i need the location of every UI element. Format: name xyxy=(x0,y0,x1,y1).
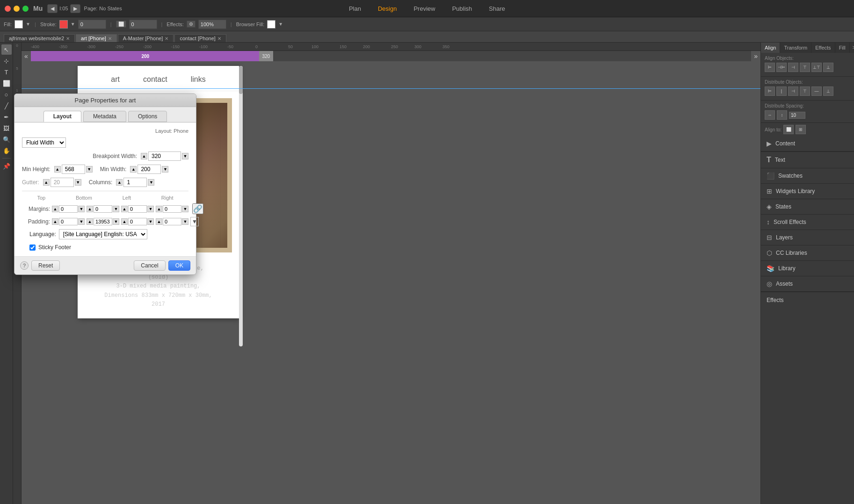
align-right-btn[interactable]: ⊣ xyxy=(788,63,798,72)
mh-up-btn[interactable]: ▲ xyxy=(54,166,61,173)
mr-up[interactable]: ▲ xyxy=(156,206,162,212)
tab-transform[interactable]: Transform xyxy=(780,43,811,53)
sticky-footer-checkbox[interactable] xyxy=(29,245,36,251)
mr-down[interactable]: ▼ xyxy=(182,206,188,212)
nav-contact[interactable]: contact xyxy=(143,75,167,84)
crop-tool[interactable]: ⊹ xyxy=(1,56,12,66)
mw-up-btn[interactable]: ▲ xyxy=(130,166,137,173)
stroke-swatch[interactable] xyxy=(59,20,68,29)
bp-left-arrow[interactable]: « xyxy=(22,51,31,61)
pb-down[interactable]: ▼ xyxy=(113,218,119,225)
effects-btn[interactable]: ⚙ xyxy=(187,21,195,28)
scroll-effects-panel-item[interactable]: ↕ Scroll Effects xyxy=(761,215,854,230)
swatches-panel-item[interactable]: ⬛ Swatches xyxy=(761,168,854,184)
col-down-btn[interactable]: ▼ xyxy=(148,179,154,186)
nav-design[interactable]: Design xyxy=(374,4,400,13)
align-left-btn[interactable]: ⊢ xyxy=(765,63,775,72)
dist-top-btn[interactable]: ⊤ xyxy=(800,86,810,96)
tab-close-contact-phone[interactable]: ✕ xyxy=(217,36,221,41)
text-panel-item[interactable]: T Text xyxy=(761,152,854,168)
pen-tool[interactable]: ✒ xyxy=(1,112,12,122)
hand-tool[interactable]: ✋ xyxy=(1,145,12,156)
dist-right-btn[interactable]: ⊣ xyxy=(788,86,798,96)
language-select[interactable]: [Site Language] English: USA xyxy=(59,229,147,239)
transform-input[interactable] xyxy=(129,20,157,29)
gutter-input[interactable] xyxy=(51,178,74,187)
opacity-input[interactable] xyxy=(198,20,226,29)
cc-libraries-panel-item[interactable]: ⬡ CC Libraries xyxy=(761,245,854,261)
padding-top-input[interactable] xyxy=(59,218,78,225)
bp-down-btn[interactable]: ▼ xyxy=(182,153,188,159)
padding-left-input[interactable] xyxy=(128,218,147,225)
tab-art-phone[interactable]: art [Phone] ✕ xyxy=(76,34,117,42)
widgets-panel-item[interactable]: ⊞ Widgets Library xyxy=(761,184,854,199)
pin-tool[interactable]: 📌 xyxy=(1,161,12,171)
mb-down[interactable]: ▼ xyxy=(113,206,119,212)
align-to-btn[interactable]: ⬜ xyxy=(783,125,794,134)
dist-center-v-btn[interactable]: — xyxy=(811,86,822,96)
align-center-h-btn[interactable]: ⊣⊢ xyxy=(776,63,787,72)
cancel-button[interactable]: Cancel xyxy=(134,260,165,271)
margin-top-input[interactable] xyxy=(59,205,78,213)
align-bottom-btn[interactable]: ⊥ xyxy=(823,63,833,72)
ml-up[interactable]: ▲ xyxy=(121,206,128,212)
stroke-width-input[interactable] xyxy=(78,20,106,29)
nav-art[interactable]: art xyxy=(111,75,120,84)
margin-right-input[interactable] xyxy=(163,205,181,213)
mh-down-btn[interactable]: ▼ xyxy=(86,166,93,173)
fill-swatch[interactable] xyxy=(14,20,23,29)
page-forward-btn[interactable]: ▶ xyxy=(70,4,80,13)
tab-close-websitemobile2[interactable]: ✕ xyxy=(66,36,70,41)
align-top-btn[interactable]: ⊤ xyxy=(800,63,810,72)
mw-down-btn[interactable]: ▼ xyxy=(162,166,168,173)
transform-btn[interactable]: ⬜ xyxy=(116,21,126,28)
mt-up[interactable]: ▲ xyxy=(52,206,58,212)
columns-input[interactable] xyxy=(123,178,147,187)
scrollbar-thumb[interactable] xyxy=(239,66,243,94)
padding-bottom-input[interactable] xyxy=(94,218,112,225)
spacing-input[interactable] xyxy=(789,112,805,119)
tab-effects[interactable]: Effects xyxy=(811,43,835,53)
fill-icon[interactable]: ▼ xyxy=(26,22,30,27)
nav-links[interactable]: links xyxy=(191,75,206,84)
page-properties-dialog[interactable]: Page Properties for art Layout Metadata … xyxy=(14,94,196,275)
page-back-btn[interactable]: ◀ xyxy=(47,4,58,13)
browser-fill-icon[interactable]: ▼ xyxy=(278,22,283,27)
margin-bottom-input[interactable] xyxy=(94,205,112,213)
nav-publish[interactable]: Publish xyxy=(449,4,476,13)
rectangle-tool[interactable]: ⬜ xyxy=(1,78,12,88)
nav-preview[interactable]: Preview xyxy=(410,4,439,13)
content-panel-item[interactable]: ▶ Content xyxy=(761,136,854,151)
dist-center-h-btn[interactable]: | xyxy=(776,86,787,96)
tab-websitemobile2[interactable]: ajfriman websitemobile2 ✕ xyxy=(4,34,75,42)
browser-fill-swatch[interactable] xyxy=(267,20,275,29)
link-margins-btn[interactable]: 🔗 xyxy=(192,203,203,214)
padding-right-input[interactable] xyxy=(163,218,181,225)
nav-plan[interactable]: Plan xyxy=(345,4,365,13)
min-height-input[interactable] xyxy=(62,165,85,174)
gu-up-btn[interactable]: ▲ xyxy=(43,179,50,186)
close-button[interactable] xyxy=(5,6,11,12)
states-panel-item[interactable]: ◈ States xyxy=(761,199,854,215)
dialog-tab-layout[interactable]: Layout xyxy=(43,111,81,122)
spacing-v-btn[interactable]: ↕ xyxy=(777,110,787,120)
maximize-button[interactable] xyxy=(22,6,29,12)
breakpoint-width-input[interactable] xyxy=(148,151,181,161)
tab-amaster-phone[interactable]: A-Master [Phone] ✕ xyxy=(118,34,174,42)
stroke-icon[interactable]: ▼ xyxy=(71,22,75,27)
layout-type-select[interactable]: Fluid Width Fixed Width xyxy=(22,137,66,148)
ml-down[interactable]: ▼ xyxy=(147,206,154,212)
align-center-v-btn[interactable]: ⊥⊤ xyxy=(811,63,822,72)
margin-left-input[interactable] xyxy=(128,205,147,213)
padding-options-btn[interactable]: ▼ xyxy=(190,217,199,226)
spacing-h-btn[interactable]: ↔ xyxy=(765,110,775,120)
tab-contact-phone[interactable]: contact [Phone] ✕ xyxy=(174,34,226,42)
ellipse-tool[interactable]: ○ xyxy=(1,89,12,100)
tab-close-art-phone[interactable]: ✕ xyxy=(108,36,112,41)
library-panel-item[interactable]: 📚 Library xyxy=(761,261,854,276)
gu-down-btn[interactable]: ▼ xyxy=(75,179,81,186)
page-scrollbar[interactable] xyxy=(239,66,243,346)
tab-align[interactable]: Align xyxy=(761,43,780,53)
help-button[interactable]: ? xyxy=(20,261,29,270)
pb-up[interactable]: ▲ xyxy=(87,218,93,225)
